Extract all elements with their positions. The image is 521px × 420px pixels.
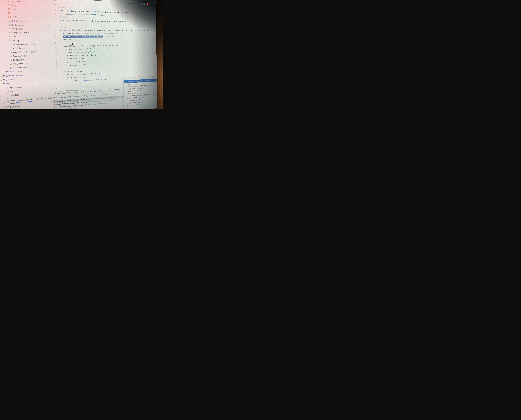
debug-tab-4[interactable]: ▦Memory [72,94,82,99]
tree-item-10[interactable]: C#ComparisonChain.cs [0,31,51,35]
code-line-26[interactable]: ✓→ var clones = new ConcurrentQueue<Funn… [51,35,156,38]
build-hammer-icon[interactable] [119,2,121,4]
close-icon[interactable]: × [151,77,151,79]
gutter-cell[interactable]: 33 [51,58,58,60]
gutter-cell[interactable]: 22 [51,19,58,21]
chevron-right-icon[interactable]: › [6,0,8,2]
gutter-cell[interactable]: 29 [51,45,58,47]
search-icon[interactable] [152,4,153,5]
debug-bug-icon [8,100,9,102]
code-line-25[interactable]: 25 var runtime = origin;runtime: FunnyRu… [51,31,156,35]
gutter-cell[interactable]: 25 [51,32,58,34]
csharp-file-icon: C# [9,51,12,53]
gutter-cell[interactable]: 32 [51,55,58,57]
debugger-actions: ⟳ ▮▶ ▮▮ ↷ ↓ ↑ ⊘ ◉ ⋮ [84,93,110,97]
debug-tab-1[interactable]: ›_Console [33,97,44,102]
gutter-cell[interactable]: 38 [52,74,59,76]
pause-icon[interactable]: ▮▮ [94,94,95,96]
more-options-icon[interactable]: ⋮ [108,93,110,95]
breadcrumb-item[interactable]: NFun.ConcurrentTests [57,92,71,94]
gutter-cell[interactable]: 19 [50,3,57,5]
field-icon: ◆ [127,102,128,104]
tree-item-label: BitOperations.cs [12,24,26,26]
gutter-cell[interactable]: 30 [51,49,58,50]
tree-item-label: NFun.UnitTests [9,70,22,73]
step-out-icon[interactable]: ↑ [101,94,101,96]
rerun-icon[interactable]: ⟳ [84,95,85,97]
tree-item-label: IfThenElse.cs [13,47,24,50]
tree-item-label: BasicArithmetics.cs [12,20,28,22]
csharp-file-icon: C# [9,36,12,38]
tree-item-8[interactable]: C#BitOperations.cs [0,23,51,27]
gutter-cell[interactable]: 31 [51,52,58,53]
gutter-cell[interactable]: 35 [51,65,59,67]
tree-item-11[interactable]: C#CycleTests.cs [0,35,51,39]
chevron-right-icon[interactable]: › [0,79,2,81]
usages-icon: ↗ [60,16,61,18]
chevron-down-icon[interactable]: › [122,2,123,4]
chevron-right-icon[interactable]: › [4,71,6,73]
gutter-cell[interactable]: 42 [52,87,59,89]
gutter-cell[interactable]: 39 [52,78,59,80]
chevron-down-icon[interactable]: › [140,3,141,5]
chevron-right-icon[interactable]: › [6,8,8,10]
chevron-right-icon[interactable]: › [6,12,8,14]
folder-icon [7,106,9,108]
stop-outline-icon[interactable] [86,95,88,97]
tree-item-12[interactable]: C#Equality.cs [0,38,51,43]
breakpoint-icon[interactable]: ✓ [55,10,56,11]
debug-window-label[interactable]: Debug [8,100,15,102]
tree-item-label: FunCallBuilderExtensions.cs [13,43,36,45]
step-into-icon[interactable]: ↓ [98,94,99,96]
navigate-link[interactable]: Navigate [145,80,150,82]
gutter-cell[interactable]: 41 [52,84,59,86]
run-button[interactable] [142,3,143,5]
csharp-file-icon: C# [9,32,12,34]
more-options-icon[interactable]: ⋮ [154,77,155,78]
chevron-right-icon[interactable]: › [6,16,8,18]
restore-icon[interactable]: ▣ [152,77,153,78]
csharp-file-icon: C# [10,67,12,69]
gutter-cell[interactable]: ✓→ [51,36,58,38]
more-options-icon[interactable]: ⋮ [150,3,151,5]
debug-tab-2[interactable]: ›_Debug Output [44,96,58,101]
stop-button[interactable] [147,3,148,5]
chevron-right-icon[interactable]: › [5,106,7,108]
gutter-cell[interactable]: 36 [52,68,59,70]
breakpoint-icon[interactable]: ✓ [54,36,55,37]
gutter-cell[interactable]: 23 [51,23,58,24]
gutter-cell[interactable]: 18 [50,0,57,2]
mute-breakpoints-icon[interactable]: ⊘ [104,94,105,96]
code-area[interactable]: 18 19 ↗ 10 usages ✓ public static void A… [50,0,157,90]
breadcrumb-item[interactable]: ConcurrentTestsHelper [88,90,101,92]
gutter-cell[interactable]: 21 [50,13,57,15]
breadcrumb-item[interactable]: ConcurrentTests [75,91,84,93]
view-breakpoints-icon[interactable]: ◉ [106,93,107,95]
chevron-right-icon[interactable]: › [4,87,6,89]
gutter-cell[interactable]: 24 [51,29,58,31]
debug-tab-3[interactable]: ≣Parallel Stacks [58,95,72,100]
variable-value-literal: 0x1067f43d8 [137,97,143,98]
gutter-cell[interactable]: 34 [51,61,58,63]
chevron-right-icon[interactable]: › [0,75,2,77]
step-over-icon[interactable]: ↷ [96,94,98,96]
tree-item-13[interactable]: C#FunCallBuilderExtensions.cs [0,42,51,46]
chevron-right-icon[interactable]: › [4,95,6,97]
tree-item-label: Examples [6,78,14,81]
debug-button[interactable] [144,3,145,5]
run-configuration-label[interactable]: ConsoleAppExample [127,3,138,5]
folder-icon [8,16,11,18]
breadcrumb-item[interactable]: AssertConcurrentHardcore [105,89,120,91]
resume-icon[interactable]: ▮▶ [91,95,92,96]
tree-item-7[interactable]: C#BasicArithmetics.cs [0,19,51,23]
gutter-cell[interactable]: 28 [51,42,58,44]
gutter-cell[interactable]: 37 [52,71,59,73]
gutter-cell[interactable]: 27 [51,39,58,40]
tree-item-9[interactable]: C#Comparation.cs [0,27,51,31]
gutter-cell[interactable]: 40 [52,81,59,83]
dependencies-icon [8,0,10,2]
chevron-right-icon[interactable]: › [4,91,6,93]
gutter-cell[interactable]: ✓ [50,10,57,11]
chevron-down-icon[interactable]: › [1,83,2,85]
chevron-right-icon[interactable]: › [6,4,8,6]
